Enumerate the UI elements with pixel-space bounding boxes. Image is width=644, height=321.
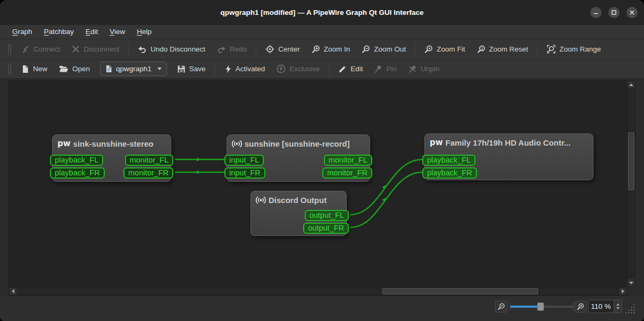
toolbar-patchbay: New Open qpwgraph1 Save Activated Exclus…	[0, 59, 644, 79]
exclusive-button[interactable]: Exclusive	[271, 61, 325, 77]
statusbar-zoom-out-button[interactable]	[495, 301, 507, 312]
patchbay-select[interactable]: qpwgraph1	[100, 62, 167, 76]
chevron-down-icon	[157, 67, 162, 70]
edit-button[interactable]: Edit	[332, 61, 369, 77]
menu-patchbay[interactable]: Patchbay	[38, 25, 80, 39]
window-title: qpwgraph1 [modified] — A PipeWire Graph …	[0, 0, 644, 25]
scroll-up-button[interactable]	[628, 81, 635, 88]
toolbar-drag-handle[interactable]	[7, 44, 11, 55]
slider-fill	[510, 306, 540, 308]
new-button[interactable]: New	[15, 61, 53, 77]
arrow-up-icon	[629, 83, 633, 86]
window-controls	[590, 7, 638, 18]
zoom-slider[interactable]	[510, 301, 573, 312]
zoom-fit-button[interactable]: Zoom Fit	[419, 41, 471, 57]
horizontal-scrollbar[interactable]	[9, 287, 627, 295]
zoom-in-button[interactable]: Zoom In	[306, 41, 356, 57]
close-icon	[629, 10, 635, 15]
redo-button[interactable]: Redo	[211, 41, 253, 57]
toolbar-separator	[329, 63, 329, 75]
port-playback-fr[interactable]: playback_FR	[422, 167, 477, 179]
menu-edit[interactable]: Edit	[80, 25, 104, 39]
center-icon	[265, 45, 274, 54]
vertical-scrollbar[interactable]	[627, 80, 635, 287]
minimize-icon	[593, 10, 599, 15]
zoom-range-button[interactable]: Zoom Range	[541, 41, 607, 57]
toolbar-separator	[256, 43, 256, 56]
main-area: pw sink-sunshine-stereo playback_FL moni…	[0, 79, 644, 295]
app-window: qpwgraph1 [modified] — A PipeWire Graph …	[0, 0, 644, 321]
new-file-icon	[21, 65, 29, 73]
save-button[interactable]: Save	[171, 61, 212, 77]
port-monitor-fr[interactable]: monitor_FR	[322, 167, 372, 179]
minimize-button[interactable]	[590, 7, 601, 18]
arrow-left-icon	[12, 289, 14, 293]
horizontal-scroll-thumb[interactable]	[382, 288, 538, 294]
activated-button[interactable]: Activated	[219, 61, 271, 77]
zoom-fit-icon	[424, 45, 433, 54]
broadcast-icon	[232, 139, 242, 149]
open-folder-icon	[59, 65, 69, 73]
scroll-left-button[interactable]	[9, 288, 16, 295]
port-playback-fl[interactable]: playback_FL	[50, 155, 103, 166]
connect-button[interactable]: Connect	[15, 41, 66, 57]
maximize-icon	[611, 10, 617, 15]
port-input-fl[interactable]: input_FL	[224, 155, 264, 166]
arrow-right-icon	[622, 289, 624, 293]
scroll-right-button[interactable]	[619, 288, 626, 295]
node-family-hd-audio[interactable]: pw Family 17h/19h HD Audio Contr... play…	[424, 133, 593, 180]
menu-graph[interactable]: Graph	[6, 25, 38, 39]
slider-handle[interactable]	[537, 302, 544, 311]
port-monitor-fl[interactable]: monitor_FL	[125, 155, 173, 166]
zoom-range-icon	[547, 45, 556, 54]
patchbay-select-value: qpwgraph1	[116, 65, 152, 73]
toolbar-drag-handle[interactable]	[7, 63, 11, 75]
node-discord-output[interactable]: Discord Output output_FL output_FR	[250, 191, 347, 236]
connection-wires	[9, 81, 628, 288]
pipewire-icon: pw	[430, 138, 443, 147]
port-playback-fl[interactable]: playback_FL	[422, 155, 475, 166]
port-output-fr[interactable]: output_FR	[303, 223, 349, 234]
spin-down-icon[interactable]	[616, 307, 620, 309]
close-button[interactable]	[626, 7, 638, 18]
node-sunshine-record[interactable]: sunshine [sunshine-record] input_FL moni…	[227, 134, 370, 182]
graph-canvas[interactable]: pw sink-sunshine-stereo playback_FL moni…	[9, 80, 627, 287]
maximize-button[interactable]	[608, 7, 620, 18]
center-button[interactable]: Center	[260, 41, 306, 57]
broadcast-icon	[256, 195, 266, 205]
activated-bolt-icon	[224, 65, 232, 73]
unpin-button[interactable]: Unpin	[403, 61, 445, 77]
disconnect-button[interactable]: Disconnect	[66, 41, 125, 57]
window-resize-grip[interactable]	[625, 303, 635, 314]
node-title: Discord Output	[269, 196, 327, 205]
statusbar-zoom-in-button[interactable]	[574, 301, 587, 312]
node-title: Family 17h/19h HD Audio Contr...	[446, 138, 571, 147]
menu-help[interactable]: Help	[131, 25, 157, 39]
zoom-reset-button[interactable]: 1 Zoom Reset	[471, 41, 534, 57]
zoom-percent-spinbox[interactable]: 110 %	[588, 300, 622, 313]
zoom-in-icon	[312, 45, 320, 54]
node-sink-sunshine-stereo[interactable]: pw sink-sunshine-stereo playback_FL moni…	[52, 134, 171, 182]
redo-icon	[217, 45, 226, 54]
port-monitor-fr[interactable]: monitor_FR	[123, 167, 173, 179]
toolbar-separator	[128, 43, 129, 56]
port-output-fl[interactable]: output_FL	[305, 210, 349, 221]
undo-disconnect-button[interactable]: Undo Disconnect	[132, 41, 211, 57]
save-icon	[177, 65, 186, 73]
vertical-scroll-thumb[interactable]	[628, 132, 634, 190]
scroll-down-button[interactable]	[628, 279, 635, 286]
menu-view[interactable]: View	[104, 25, 131, 39]
patchbay-file-icon	[105, 65, 112, 73]
port-monitor-fl[interactable]: monitor_FL	[324, 155, 372, 166]
connect-icon	[21, 45, 30, 54]
open-button[interactable]: Open	[53, 61, 96, 77]
zoom-percent-value: 110 %	[589, 300, 613, 312]
toolbar-graph: Connect Disconnect Undo Disconnect Redo …	[0, 39, 644, 59]
zoom-in-icon	[576, 303, 584, 311]
zoom-out-button[interactable]: Zoom Out	[356, 41, 412, 57]
spin-up-icon[interactable]	[616, 303, 620, 306]
pin-button[interactable]: Pin	[369, 61, 403, 77]
port-playback-fr[interactable]: playback_FR	[50, 167, 105, 179]
titlebar[interactable]: qpwgraph1 [modified] — A PipeWire Graph …	[0, 0, 644, 25]
port-input-fr[interactable]: input_FR	[224, 167, 265, 179]
